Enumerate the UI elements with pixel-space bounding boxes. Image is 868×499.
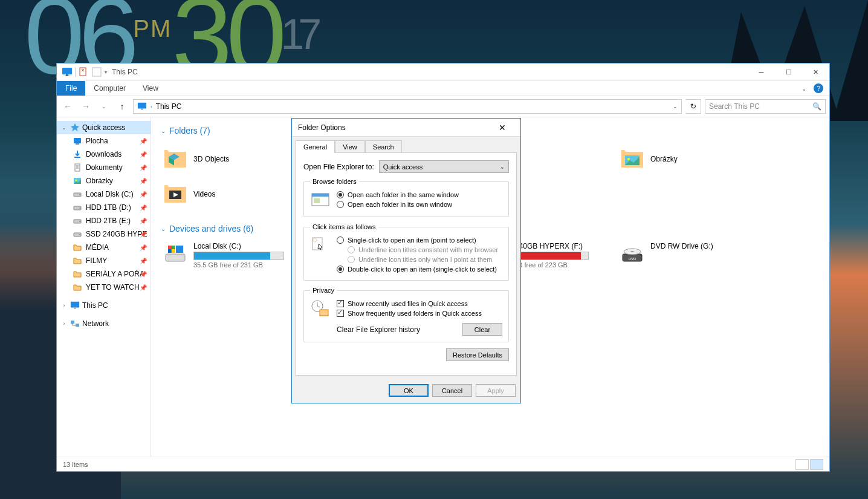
tab-general[interactable]: General <box>296 140 335 153</box>
ribbon-tab-file[interactable]: File <box>57 81 85 96</box>
svg-rect-24 <box>76 324 79 327</box>
svg-text:DVD: DVD <box>629 257 636 261</box>
download-icon <box>73 149 82 159</box>
svg-point-28 <box>627 158 630 160</box>
nav-item[interactable]: SSD 240GB HYPE📌 <box>57 227 151 241</box>
radio-own-window[interactable]: Open each folder in its own window <box>337 200 502 209</box>
folder-icon <box>163 147 187 171</box>
nav-item[interactable]: SERIÁLY A POŘA📌 <box>57 267 151 281</box>
nav-item[interactable]: Downloads📌 <box>57 148 151 161</box>
svg-rect-8 <box>76 143 79 145</box>
ribbon: File Computer View ⌄ ? <box>57 81 829 96</box>
svg-rect-35 <box>168 249 171 253</box>
monitor-icon <box>70 301 80 310</box>
pin-icon: 📌 <box>140 218 147 224</box>
radio-double-click[interactable]: Double-click to open an item (single-cli… <box>337 264 502 274</box>
search-input[interactable]: Search This PC 🔍 <box>705 99 826 114</box>
pin-icon: 📌 <box>140 258 147 264</box>
nav-item[interactable]: HDD 1TB (D:)📌 <box>57 201 151 214</box>
nav-network[interactable]: › Network <box>57 317 151 330</box>
close-button[interactable]: ✕ <box>802 64 829 80</box>
chevron-right-icon[interactable]: › <box>60 302 68 308</box>
pin-icon: 📌 <box>140 178 147 184</box>
folder-item[interactable]: Videos <box>161 177 313 212</box>
nav-item[interactable]: Obrázky📌 <box>57 174 151 188</box>
drive-item[interactable]: Local Disk (C:)35.5 GB free of 231 GB <box>161 240 313 271</box>
refresh-button[interactable]: ↻ <box>685 99 701 114</box>
radio-single-click[interactable]: Single-click to open an item (point to s… <box>337 235 502 245</box>
ribbon-tab-computer[interactable]: Computer <box>85 81 134 96</box>
nav-item[interactable]: Local Disk (C:)📌 <box>57 188 151 201</box>
ribbon-tab-view[interactable]: View <box>134 81 167 96</box>
svg-rect-4 <box>92 68 101 76</box>
restore-defaults-button[interactable]: Restore Defaults <box>446 348 509 361</box>
nav-recent-dropdown[interactable]: ⌄ <box>97 99 111 114</box>
address-bar: ← → ⌄ ↑ › This PC ⌄ ↻ Search This PC 🔍 <box>57 96 829 117</box>
maximize-button[interactable]: ☐ <box>775 64 802 80</box>
nav-item[interactable]: HDD 2TB (E:)📌 <box>57 214 151 227</box>
monitor-icon <box>62 67 73 77</box>
nav-item[interactable]: YET TO WATCH📌 <box>57 281 151 294</box>
dialog-titlebar[interactable]: Folder Options ✕ <box>292 119 520 137</box>
nav-up-button[interactable]: ↑ <box>115 99 129 114</box>
drive-icon <box>163 242 187 266</box>
pin-icon: 📌 <box>140 271 147 278</box>
svg-point-12 <box>76 180 77 181</box>
disk-icon <box>73 203 82 212</box>
svg-rect-22 <box>74 308 76 309</box>
svg-rect-21 <box>71 302 79 308</box>
status-count: 13 items <box>63 461 88 468</box>
tab-search[interactable]: Search <box>365 140 402 153</box>
chevron-down-icon: ⌄ <box>161 226 166 232</box>
disk-icon <box>73 229 82 239</box>
folder-icon <box>163 182 187 206</box>
minimize-button[interactable]: ─ <box>748 64 775 80</box>
chevron-down-icon[interactable]: ⌄ <box>60 125 68 131</box>
radio-underline-point: Underline icon titles only when I point … <box>337 255 502 264</box>
folder-item[interactable]: Obrázky <box>618 142 770 177</box>
navigation-pane: ⌄ Quick access Plocha📌Downloads📌Dokument… <box>57 117 151 457</box>
nav-quick-access[interactable]: ⌄ Quick access <box>57 121 151 134</box>
pin-icon: 📌 <box>140 151 147 158</box>
dialog-close-button[interactable]: ✕ <box>490 119 514 137</box>
folder-icon <box>73 269 82 279</box>
svg-rect-32 <box>176 246 183 253</box>
address-dropdown-icon[interactable]: ⌄ <box>673 103 678 109</box>
nav-item[interactable]: MÉDIA📌 <box>57 241 151 254</box>
cancel-button[interactable]: Cancel <box>432 384 472 397</box>
nav-item[interactable]: FILMY📌 <box>57 254 151 267</box>
nav-item[interactable]: Dokumenty📌 <box>57 161 151 174</box>
chevron-right-icon[interactable]: › <box>60 321 68 327</box>
ribbon-expand-icon[interactable]: ⌄ <box>802 85 806 92</box>
qat-dropdown-icon[interactable]: ▾ <box>105 70 107 75</box>
properties-qat-icon[interactable] <box>78 67 89 77</box>
pin-icon: 📌 <box>140 231 147 238</box>
radio-same-window[interactable]: Open each folder in the same window <box>337 190 502 200</box>
view-large-button[interactable] <box>810 459 823 470</box>
tab-view[interactable]: View <box>335 140 365 153</box>
disk-icon <box>73 189 82 199</box>
ok-button[interactable]: OK <box>389 384 429 397</box>
chevron-down-icon: ⌄ <box>500 164 505 170</box>
nav-item[interactable]: Plocha📌 <box>57 134 151 148</box>
svg-rect-7 <box>74 138 81 143</box>
clear-history-label: Clear File Explorer history <box>337 325 420 334</box>
nav-this-pc[interactable]: › This PC <box>57 299 151 312</box>
checkbox-recent-files[interactable]: Show recently used files in Quick access <box>337 299 502 308</box>
folder-item[interactable]: 3D Objects <box>161 142 313 177</box>
clear-button[interactable]: Clear <box>462 323 502 336</box>
star-icon <box>70 123 80 132</box>
svg-rect-51 <box>320 310 328 316</box>
nav-back-button[interactable]: ← <box>60 99 75 114</box>
qat-blank-icon[interactable] <box>91 67 102 77</box>
apply-button[interactable]: Apply <box>476 384 516 397</box>
svg-rect-3 <box>80 68 86 76</box>
help-icon[interactable]: ? <box>814 83 823 93</box>
open-explorer-select[interactable]: Quick access⌄ <box>379 160 509 173</box>
svg-rect-9 <box>74 157 80 158</box>
checkbox-frequent-folders[interactable]: Show frequently used folders in Quick ac… <box>337 308 502 318</box>
titlebar[interactable]: ▾ This PC ─ ☐ ✕ <box>57 64 829 81</box>
drive-item[interactable]: DVDDVD RW Drive (G:) <box>618 240 770 271</box>
address-field[interactable]: › This PC ⌄ <box>133 99 682 114</box>
view-details-button[interactable] <box>795 459 809 470</box>
